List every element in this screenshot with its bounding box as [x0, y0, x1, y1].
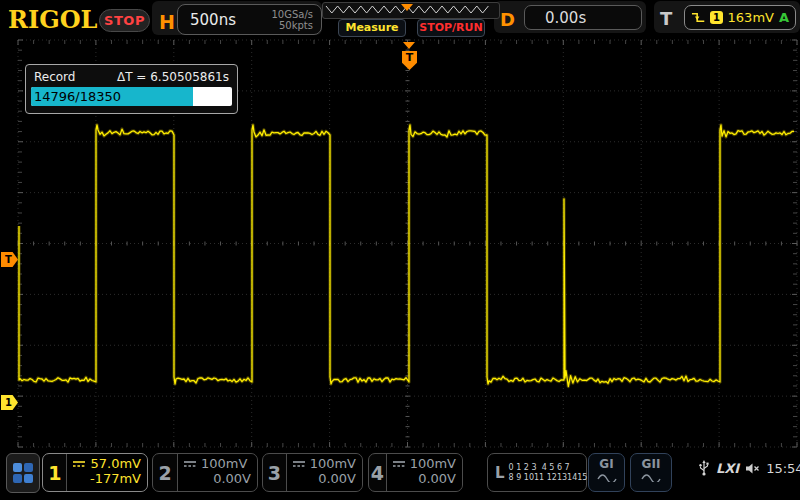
record-title: Record	[34, 70, 75, 84]
record-delta-t: ΔT = 6.50505861s	[117, 70, 229, 84]
record-progress-bar[interactable]: 14796/18350	[31, 87, 232, 106]
oscilloscope-screen: RIGOL STOP H 500ns 10GSa/s 50kpts Measur…	[0, 0, 800, 500]
record-frame-count: 14796/18350	[34, 87, 121, 106]
record-panel: Record ΔT = 6.50505861s 14796/18350	[25, 64, 238, 114]
